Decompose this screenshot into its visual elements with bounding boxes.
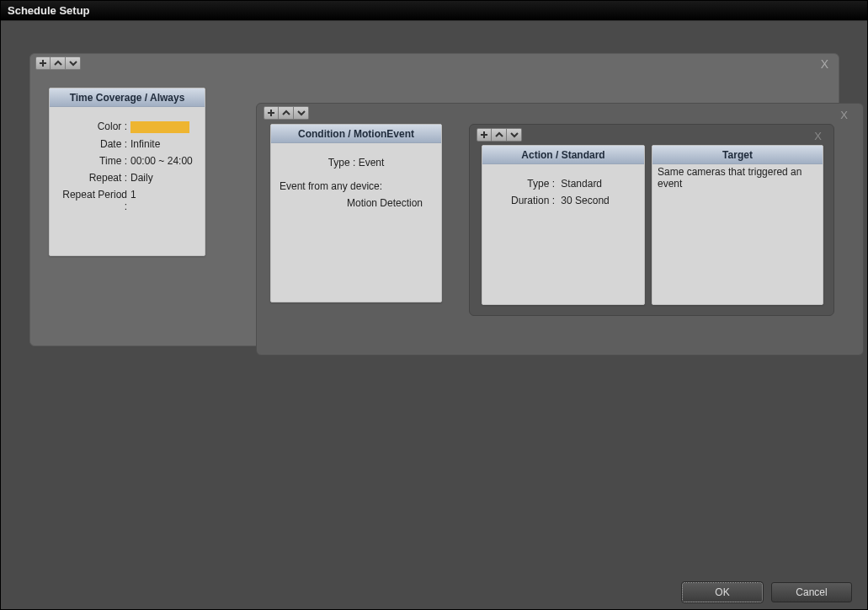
- time-value: 00:00 ~ 24:00: [130, 155, 196, 167]
- time-coverage-card[interactable]: Time Coverage / Always Color : Date :Inf…: [49, 88, 205, 256]
- repeat-label: Repeat :: [58, 172, 130, 184]
- ok-button[interactable]: OK: [682, 582, 763, 602]
- condition-card[interactable]: Condition / MotionEvent Type : Event Eve…: [270, 124, 442, 302]
- cond-type-value: Event: [359, 157, 385, 169]
- footer: OK Cancel: [1, 575, 867, 609]
- condition-header: Condition / MotionEvent: [271, 125, 441, 143]
- close-icon[interactable]: X: [814, 130, 822, 142]
- outer-tabstrip: [35, 56, 81, 70]
- repeat-period-label: Repeat Period :: [58, 189, 130, 212]
- chevron-up-icon[interactable]: [279, 106, 294, 120]
- time-coverage-body: Color : Date :Infinite Time :00:00 ~ 24:…: [50, 107, 205, 226]
- condition-body: Type : Event Event from any device: Moti…: [271, 143, 441, 222]
- chevron-down-icon[interactable]: [507, 128, 522, 142]
- close-icon[interactable]: X: [821, 57, 828, 71]
- middle-tabstrip: [264, 106, 309, 120]
- cancel-button[interactable]: Cancel: [771, 582, 852, 602]
- inner-tabstrip: [477, 128, 522, 142]
- add-icon[interactable]: [35, 56, 51, 70]
- close-icon[interactable]: X: [840, 109, 848, 121]
- cond-type-label: Type :: [328, 157, 356, 169]
- color-swatch: [130, 121, 189, 133]
- target-text: Same cameras that triggered an event: [652, 164, 823, 191]
- chevron-up-icon[interactable]: [492, 128, 507, 142]
- action-body: Type : Standard Duration : 30 Second: [482, 164, 644, 220]
- date-label: Date :: [58, 138, 130, 150]
- time-label: Time :: [58, 155, 130, 167]
- repeat-period-value: 1: [130, 189, 196, 212]
- action-duration-label: Duration :: [506, 195, 558, 206]
- add-icon[interactable]: [264, 106, 279, 120]
- target-header: Target: [652, 146, 823, 164]
- window: Schedule Setup X Time Coverage / Always …: [0, 0, 868, 610]
- action-duration-value: 30 Second: [561, 195, 609, 206]
- repeat-value: Daily: [130, 172, 196, 184]
- chevron-up-icon[interactable]: [51, 56, 66, 70]
- color-label: Color :: [58, 120, 130, 133]
- outer-panel: X Time Coverage / Always Color : Date :I…: [29, 53, 839, 346]
- add-icon[interactable]: [477, 128, 492, 142]
- chevron-down-icon[interactable]: [294, 106, 309, 120]
- chevron-down-icon[interactable]: [66, 56, 81, 70]
- action-type-value: Standard: [561, 178, 602, 190]
- cond-source-line: Event from any device:: [280, 180, 433, 192]
- middle-panel: X Condition / MotionEvent Type : Event E…: [256, 103, 864, 356]
- target-card[interactable]: Target Same cameras that triggered an ev…: [652, 145, 823, 305]
- action-card[interactable]: Action / Standard Type : Standard Durati…: [482, 145, 645, 305]
- action-header: Action / Standard: [482, 146, 644, 164]
- time-coverage-header: Time Coverage / Always: [50, 88, 205, 107]
- inner-panel: X Action / Standard Type : Standard Dura…: [469, 124, 834, 316]
- date-value: Infinite: [130, 138, 196, 150]
- content-area: X Time Coverage / Always Color : Date :I…: [1, 21, 867, 575]
- cond-source-detail: Motion Detection: [280, 197, 433, 209]
- action-type-label: Type :: [506, 178, 558, 190]
- window-title: Schedule Setup: [1, 1, 867, 21]
